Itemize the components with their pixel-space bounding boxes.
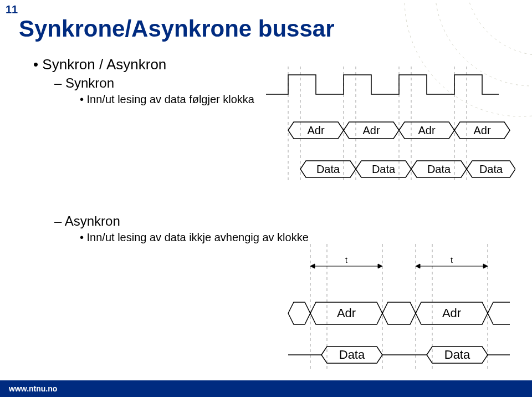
adr-label: Adr: [362, 124, 380, 136]
t-label: t: [451, 256, 453, 264]
svg-marker-18: [310, 264, 315, 268]
footer-url: www.ntnu.no: [9, 384, 57, 393]
data-label: Data: [479, 163, 503, 175]
adr-label: Adr: [337, 306, 356, 320]
data-label: Data: [444, 348, 470, 362]
bullet-async-detail: Inn/ut lesing av data ikkje avhengig av …: [80, 231, 510, 244]
data-label: Data: [372, 163, 396, 175]
svg-marker-19: [378, 264, 382, 268]
svg-point-2: [466, 0, 532, 55]
slide-title: Synkrone/Asynkrone bussar: [19, 16, 335, 42]
adr-label: Adr: [418, 124, 435, 136]
adr-label: Adr: [473, 124, 490, 136]
sync-timing-diagram: Adr Adr Adr Adr Data Data Data Data: [260, 67, 515, 183]
async-timing-diagram: t t Adr Adr Data Data: [283, 244, 515, 371]
svg-marker-21: [416, 264, 420, 268]
data-label: Data: [339, 348, 365, 362]
adr-label: Adr: [307, 124, 324, 136]
data-label: Data: [427, 163, 451, 175]
page-number: 11: [6, 3, 18, 16]
svg-marker-22: [483, 264, 488, 268]
footer-bar: www.ntnu.no: [0, 380, 532, 397]
bullet-async: Asynkron: [54, 213, 510, 229]
adr-label: Adr: [442, 306, 461, 320]
data-label: Data: [316, 163, 340, 175]
t-label: t: [345, 256, 347, 264]
